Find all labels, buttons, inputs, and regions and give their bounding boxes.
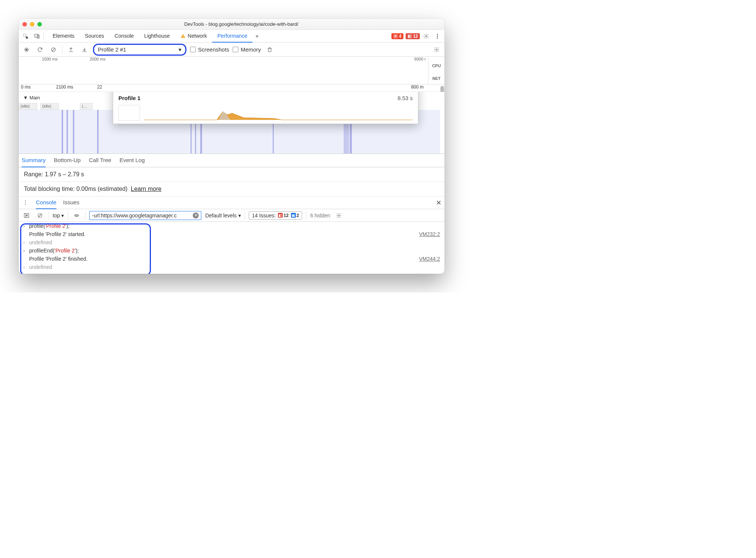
minimize-window-button[interactable] <box>30 22 34 27</box>
task-block[interactable]: (… <box>80 103 93 110</box>
svg-point-7 <box>437 36 438 37</box>
subtab-event-log[interactable]: Event Log <box>120 154 145 167</box>
memory-checkbox[interactable]: Memory <box>233 46 261 53</box>
clear-icon[interactable] <box>49 45 58 55</box>
subtab-summary[interactable]: Summary <box>22 154 46 167</box>
flame-chart-area[interactable]: ▼Main (idle) (idle) (… Profile 28.85 s <box>19 92 444 154</box>
error-icon: ✕ <box>393 34 398 38</box>
upload-icon[interactable] <box>66 45 76 55</box>
issue-icon: ◧ <box>408 34 412 38</box>
settings-icon[interactable] <box>421 31 431 41</box>
subtab-bottom-up[interactable]: Bottom-Up <box>54 154 81 167</box>
drawer-tab-issues[interactable]: Issues <box>63 196 79 209</box>
chevron-down-icon: ▼ <box>23 95 28 100</box>
reload-icon[interactable] <box>35 45 45 55</box>
console-output: ›profile('Profile 2'); Profile 'Profile … <box>19 222 444 274</box>
profile-dropdown: Profile 28.85 s Profile 18.53 s <box>113 92 418 124</box>
device-toolbar-icon[interactable] <box>32 31 42 41</box>
performance-toolbar: Profile 2 #1 ▾ Screenshots Memory <box>19 43 444 57</box>
profile-thumbnail <box>118 105 140 121</box>
profile-mini-chart <box>144 109 413 121</box>
profile-dropdown-item[interactable]: Profile 18.53 s <box>113 92 418 124</box>
main-tabs: Elements Sources Console Lighthouse Netw… <box>47 30 390 43</box>
main-track-label[interactable]: ▼Main <box>23 95 40 100</box>
clear-console-icon[interactable] <box>35 211 45 220</box>
status-badges: ✕4 ◧12 <box>391 33 420 39</box>
titlebar: DevTools - blog.google/technology/ai/cod… <box>19 19 444 30</box>
svg-rect-4 <box>183 37 183 37</box>
warning-icon <box>180 33 186 38</box>
console-sidebar-icon[interactable] <box>22 211 31 220</box>
issue-red-icon: ◧ <box>278 213 283 218</box>
learn-more-link[interactable]: Learn more <box>131 186 161 192</box>
issue-badge[interactable]: ◧12 <box>406 33 420 39</box>
chevron-down-icon: ▾ <box>61 213 64 218</box>
console-filter-input[interactable]: -url:https://www.googletagmanager.c ✕ <box>89 211 201 220</box>
console-log-line: Profile 'Profile 2' finished.VM244:2 <box>19 255 444 263</box>
download-icon[interactable] <box>80 45 89 55</box>
record-icon[interactable] <box>22 45 31 55</box>
tab-console[interactable]: Console <box>109 30 139 43</box>
execution-context-select[interactable]: top▾ <box>53 213 64 218</box>
idle-block[interactable]: (idle) <box>19 103 37 110</box>
console-return-line: ‹undefined <box>19 263 444 274</box>
window-title: DevTools - blog.google/technology/ai/cod… <box>42 21 441 27</box>
drawer-tab-console[interactable]: Console <box>36 196 56 209</box>
console-settings-icon[interactable] <box>334 211 344 220</box>
console-toolbar: top▾ -url:https://www.googletagmanager.c… <box>19 209 444 222</box>
profile-select-value: Profile 2 #1 <box>98 46 126 53</box>
subtab-call-tree[interactable]: Call Tree <box>89 154 111 167</box>
overview-side-labels: CPU NET <box>428 57 444 84</box>
svg-rect-0 <box>24 34 26 37</box>
tab-performance[interactable]: Performance <box>212 30 252 43</box>
source-link[interactable]: VM244:2 <box>419 256 440 262</box>
svg-rect-3 <box>183 35 183 37</box>
tabs-overflow-button[interactable]: » <box>252 30 261 43</box>
svg-rect-1 <box>35 34 38 37</box>
console-input-line[interactable]: ›profileEnd('Profile 2'); <box>19 247 444 255</box>
close-window-button[interactable] <box>22 22 27 27</box>
detail-time-ruler[interactable]: 0 ms 2100 ms 22 800 m <box>19 84 444 92</box>
kebab-menu-icon[interactable]: ⋮ <box>22 198 29 208</box>
console-drawer-tabs: ⋮ Console Issues ✕ <box>19 196 444 209</box>
console-log-line: Profile 'Profile 2' started.VM232:2 <box>19 230 444 238</box>
svg-point-8 <box>437 37 438 38</box>
tbt-row: Total blocking time: 0.00ms (estimated) … <box>19 182 444 196</box>
close-drawer-icon[interactable]: ✕ <box>436 199 441 207</box>
issue-blue-icon: ▤ <box>291 213 296 218</box>
error-badge[interactable]: ✕4 <box>391 33 403 39</box>
issues-button[interactable]: 14 Issues: ◧12 ▤2 <box>249 211 303 220</box>
traffic-lights <box>22 22 42 27</box>
profile-select[interactable]: Profile 2 #1 ▾ <box>93 44 186 56</box>
tab-elements[interactable]: Elements <box>47 30 80 43</box>
tab-lighthouse[interactable]: Lighthouse <box>139 30 175 43</box>
range-text: Range: 1.97 s – 2.79 s <box>19 167 444 182</box>
inspect-element-icon[interactable] <box>21 31 31 41</box>
svg-point-6 <box>437 34 438 35</box>
log-levels-select[interactable]: Default levels▾ <box>205 213 241 218</box>
devtools-window: DevTools - blog.google/technology/ai/cod… <box>19 19 444 274</box>
idle-block[interactable]: (idle) <box>40 103 59 110</box>
chevron-down-icon: ▾ <box>179 46 182 53</box>
clear-filter-icon[interactable]: ✕ <box>193 213 199 218</box>
svg-point-5 <box>425 35 427 37</box>
live-expression-icon[interactable] <box>72 211 81 220</box>
source-link[interactable]: VM232:2 <box>419 231 440 237</box>
kebab-menu-icon[interactable] <box>433 31 442 41</box>
filter-text: -url:https://www.googletagmanager.c <box>92 213 191 218</box>
chevron-down-icon: ▾ <box>238 213 241 218</box>
tab-sources[interactable]: Sources <box>80 30 109 43</box>
summary-tabs: Summary Bottom-Up Call Tree Event Log <box>19 154 444 167</box>
svg-point-10 <box>26 49 27 50</box>
overview-strip[interactable]: 1000 ms 2000 ms 9000 r CPU NET <box>19 57 444 84</box>
trash-icon[interactable] <box>265 45 275 55</box>
capture-settings-icon[interactable] <box>432 45 441 55</box>
profile-name: Profile 1 <box>118 95 140 101</box>
zoom-window-button[interactable] <box>37 22 42 27</box>
screenshots-checkbox[interactable]: Screenshots <box>190 46 229 53</box>
svg-point-15 <box>76 215 77 216</box>
console-input-line[interactable]: ›profile('Profile 2'); <box>19 222 444 230</box>
svg-point-16 <box>338 215 340 216</box>
tab-network[interactable]: Network <box>175 30 212 43</box>
hidden-count[interactable]: 6 hidden <box>310 213 330 218</box>
